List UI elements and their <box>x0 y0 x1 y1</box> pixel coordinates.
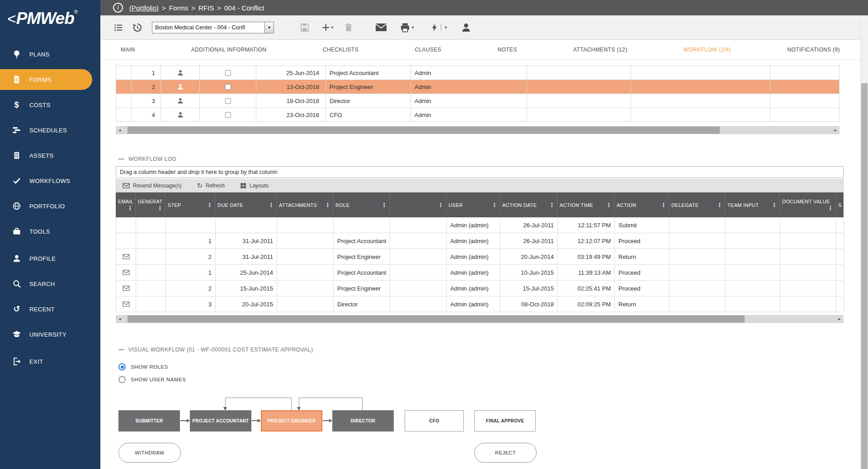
workflow-log-row[interactable]: 215-Jun-2015Project EngineerAdmin (admin… <box>116 281 844 296</box>
show-roles-radio[interactable]: SHOW ROLES <box>118 363 706 371</box>
record-selector[interactable]: Boston Medical Center - 004 - Confl ▼ <box>152 22 274 33</box>
sidebar-item-recent[interactable]: ↺ RECENT <box>0 299 92 319</box>
column-menu-icon[interactable]: ⋮ <box>828 205 833 211</box>
email-icon[interactable] <box>375 23 387 32</box>
tab-attachments[interactable]: ATTACHMENTS (12) <box>573 47 627 53</box>
workflow-node-director[interactable]: DIRECTOR <box>332 410 394 431</box>
list-view-icon[interactable] <box>113 23 124 33</box>
group-by-drop-zone[interactable]: Drag a column header and drop it here to… <box>116 166 844 178</box>
chevron-down-icon[interactable]: ▼ <box>264 22 274 33</box>
column-header-due-date[interactable]: DUE DATE⋮ <box>215 192 277 217</box>
column-header-role[interactable]: ROLE⋮ <box>333 192 390 217</box>
column-header-email[interactable]: EMAIL⋮ <box>116 192 136 217</box>
workflow-node-project-engineer[interactable]: PROJECT ENGINEER <box>261 410 322 431</box>
scroll-right-button[interactable]: ► <box>831 126 840 134</box>
actions-icon[interactable]: ▾ <box>430 22 447 33</box>
radio-icon[interactable] <box>118 376 126 383</box>
sidebar-item-workflows[interactable]: WORKFLOWS <box>0 170 92 191</box>
workflow-log-row[interactable]: 320-Jul-2015DirectorAdmin (admin)08-Oct-… <box>116 296 844 312</box>
scroll-left-button[interactable]: ◄ <box>116 315 124 323</box>
column-menu-icon[interactable]: ⋮ <box>269 202 274 208</box>
column-header-attachments[interactable]: ATTACHMENTS⋮ <box>277 192 333 217</box>
column-header-action-date[interactable]: ACTION DATE⋮ <box>500 192 557 217</box>
resend-messages-button[interactable]: Resend Message(s) <box>123 183 181 189</box>
column-menu-icon[interactable]: ⋮ <box>492 202 497 208</box>
workflow-step-row[interactable]: 318-Oct-2018DirectorAdmin <box>116 94 840 108</box>
column-menu-icon[interactable]: ⋮ <box>661 202 666 208</box>
step-checkbox[interactable] <box>200 80 256 94</box>
column-header-document-value[interactable]: DOCUMENT VALUE⋮ <box>780 192 836 217</box>
column-menu-icon[interactable]: ⋮ <box>207 202 212 208</box>
user-profile-icon[interactable] <box>461 22 472 33</box>
chevron-down-icon[interactable]: ▾ <box>445 25 447 30</box>
workflow-log-row[interactable]: 231-Jul-2011Project EngineerAdmin (admin… <box>116 249 844 265</box>
workflow-step-row[interactable]: 125-Jun-2014Project AccountantAdmin <box>116 66 840 80</box>
tab-notifications[interactable]: NOTIFICATIONS (9) <box>787 47 840 53</box>
tab-clauses[interactable]: CLAUSES <box>415 47 441 53</box>
workflow-log-row[interactable]: 125-Jun-2014Project AccountantAdmin (adm… <box>116 265 844 281</box>
scrollbar-thumb[interactable] <box>127 315 745 323</box>
workflow-log-row[interactable]: 131-Jul-2011Project AccountantAdmin (adm… <box>116 233 844 249</box>
add-icon[interactable]: +▾ <box>322 21 334 34</box>
column-header-user[interactable]: USER⋮ <box>446 192 500 217</box>
column-menu-icon[interactable]: ⋮ <box>157 205 163 211</box>
history-icon[interactable] <box>132 22 143 33</box>
info-icon[interactable]: i <box>113 3 123 13</box>
layouts-button[interactable]: Layouts <box>240 183 269 189</box>
workflow-node-project-accountant[interactable]: PROJECT ACCOUNTANT <box>190 410 251 431</box>
sidebar-item-university[interactable]: UNIVERSITY <box>0 324 92 345</box>
tab-checklists[interactable]: CHECKLISTS <box>323 47 359 53</box>
column-header-clipped[interactable]: S <box>836 192 844 217</box>
column-header-action[interactable]: ACTION⋮ <box>614 192 669 217</box>
refresh-button[interactable]: ↻ Refresh <box>197 182 225 189</box>
column-header-blank[interactable]: ⋮ <box>390 192 446 217</box>
column-header-delegate[interactable]: DELEGATE⋮ <box>669 192 725 217</box>
sidebar-item-schedules[interactable]: SCHEDULES <box>0 120 92 141</box>
reject-button[interactable]: REJECT <box>474 443 537 463</box>
workflow-log-row[interactable]: Admin (admin)26-Jul-201112:11:57 PMSubmi… <box>116 217 844 233</box>
sidebar-item-plans[interactable]: PLANS <box>0 44 92 65</box>
horizontal-scrollbar[interactable]: ◄ ► <box>116 126 840 134</box>
workflow-node-cfo[interactable]: CFO <box>405 410 464 431</box>
column-menu-icon[interactable]: ⋮ <box>382 202 387 208</box>
radio-icon[interactable] <box>118 363 126 371</box>
tab-main[interactable]: MAIN <box>121 47 135 53</box>
tab-notes[interactable]: NOTES <box>497 47 517 53</box>
breadcrumb-portfolio-link[interactable]: (Portfolio) <box>129 4 159 12</box>
horizontal-scrollbar[interactable]: ◄ ► <box>116 315 844 323</box>
sidebar-item-search[interactable]: SEARCH <box>0 273 92 294</box>
step-checkbox[interactable] <box>200 108 256 122</box>
step-checkbox[interactable] <box>200 94 256 108</box>
column-header-team-input[interactable]: TEAM INPUT⋮ <box>725 192 780 217</box>
scrollbar-thumb[interactable] <box>127 127 720 134</box>
show-user-names-radio[interactable]: SHOW USER NAMES <box>118 376 706 383</box>
workflow-step-row[interactable]: 423-Oct-2018CFOAdmin <box>116 108 840 122</box>
tab-additional-information[interactable]: ADDITIONAL INFORMATION <box>191 47 267 53</box>
column-menu-icon[interactable]: ⋮ <box>717 202 722 208</box>
withdraw-button[interactable]: WITHDRAW <box>118 443 181 463</box>
sidebar-item-profile[interactable]: PROFILE <box>0 248 92 269</box>
sidebar-item-costs[interactable]: $ COSTS <box>0 94 92 115</box>
scrollbar-track[interactable] <box>124 126 831 134</box>
column-header-action-time[interactable]: ACTION TIME⋮ <box>557 192 614 217</box>
tab-workflow[interactable]: WORKFLOW (2/4) <box>684 47 731 53</box>
collapse-icon[interactable] <box>118 349 124 350</box>
column-header-generated[interactable]: GENERAT⋮ <box>136 192 165 217</box>
column-menu-icon[interactable]: ⋮ <box>325 202 330 208</box>
column-menu-icon[interactable]: ⋮ <box>438 202 443 208</box>
sidebar-item-exit[interactable]: EXIT <box>0 351 92 372</box>
column-header-step[interactable]: STEP⋮ <box>165 192 215 217</box>
sidebar-item-portfolio[interactable]: PORTFOLIO <box>0 196 92 216</box>
workflow-step-row[interactable]: 213-Oct-2018Project EngineerAdmin <box>116 80 840 94</box>
chevron-down-icon[interactable]: ▾ <box>331 25 334 30</box>
column-menu-icon[interactable]: ⋮ <box>772 202 777 208</box>
sidebar-item-assets[interactable]: ASSETS <box>0 145 92 166</box>
column-menu-icon[interactable]: ⋮ <box>127 205 133 211</box>
step-checkbox[interactable] <box>200 66 256 80</box>
sidebar-item-forms[interactable]: FORMS <box>0 69 92 90</box>
scrollbar-track[interactable] <box>124 315 835 323</box>
print-icon[interactable]: ▾ <box>400 22 414 33</box>
workflow-node-submitter[interactable]: SUBMITTER <box>118 410 180 431</box>
column-menu-icon[interactable]: ⋮ <box>606 202 612 208</box>
vertical-scrollbar[interactable] <box>860 15 868 469</box>
